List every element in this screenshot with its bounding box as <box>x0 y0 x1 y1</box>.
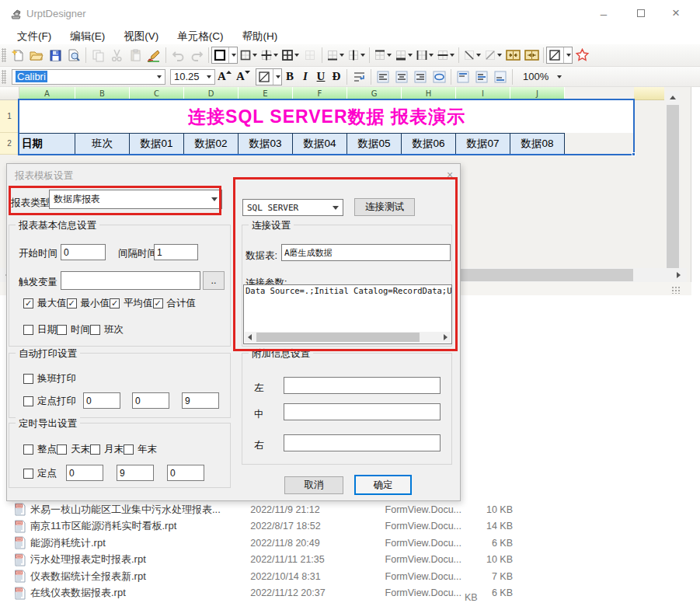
scroll-right-arrow[interactable] <box>671 268 685 281</box>
align-left-button[interactable] <box>374 68 392 86</box>
scroll-up-arrow[interactable] <box>666 91 680 104</box>
header-cell[interactable]: 班次 <box>75 133 130 155</box>
paste-button[interactable] <box>126 46 145 64</box>
connection-params-textarea[interactable]: Data Source=.;Initial Catalog=RecordData… <box>243 284 452 344</box>
header-cell[interactable]: 数据04 <box>293 133 347 155</box>
checkbox-item[interactable]: ✓合计值 <box>153 297 197 310</box>
row-header[interactable]: 1 <box>0 100 19 133</box>
unmerge-cells-button[interactable] <box>522 46 541 64</box>
align-bottom-button[interactable] <box>491 68 510 86</box>
inner-horizontal-border-button[interactable] <box>435 46 456 64</box>
save-button[interactable] <box>46 46 64 64</box>
no-border-button[interactable] <box>301 46 319 64</box>
border-style-picker[interactable] <box>211 47 238 64</box>
scroll-left-arrow[interactable] <box>248 334 252 340</box>
close-button[interactable]: × <box>659 0 693 26</box>
checkbox-item[interactable]: ✓班次 <box>90 323 124 336</box>
format-painter-button[interactable] <box>145 46 163 64</box>
export-time-2[interactable] <box>117 465 154 481</box>
diagonal-down-button[interactable] <box>461 46 482 64</box>
checkbox[interactable]: ✓ <box>23 469 33 479</box>
file-row[interactable]: 南京11市区能源消耗实时看板.rpt 2022/8/17 18:52 FormV… <box>0 518 513 535</box>
checkbox[interactable]: ✓ <box>23 298 33 308</box>
column-header[interactable]: F <box>293 87 347 100</box>
undo-button[interactable] <box>169 46 187 64</box>
dialog-close-button[interactable]: × <box>441 167 459 183</box>
font-size-combo[interactable]: 10.25 <box>170 69 215 85</box>
bottom-border-button[interactable] <box>325 46 346 64</box>
table-input[interactable] <box>281 244 451 261</box>
report-type-combo[interactable]: 数据库报表 <box>49 190 222 209</box>
header-cell[interactable]: 数据06 <box>402 133 456 155</box>
outer-border-button[interactable] <box>238 46 259 64</box>
left-input[interactable] <box>284 377 441 394</box>
column-header[interactable]: I <box>456 87 510 100</box>
checkbox[interactable]: ✓ <box>23 396 33 406</box>
sheet-corner[interactable] <box>0 87 19 100</box>
column-header[interactable]: H <box>402 87 456 100</box>
align-center-button[interactable] <box>392 68 411 86</box>
column-header[interactable]: D <box>184 87 239 100</box>
right-input[interactable] <box>284 434 441 451</box>
checkbox-item[interactable]: ✓年末 <box>124 443 157 456</box>
merged-title-cell[interactable]: 连接SQL SERVER数据 报表演示 <box>19 100 634 133</box>
column-header[interactable]: A <box>19 87 75 100</box>
checkbox[interactable]: ✓ <box>90 325 100 335</box>
menu-item[interactable]: 帮助(H) <box>233 28 287 44</box>
file-row[interactable]: 仪表数据统计全报表新.rpt 2022/10/14 8:31 FormView.… <box>0 568 513 585</box>
merge-across-button[interactable] <box>430 68 448 86</box>
header-cell[interactable]: 数据08 <box>510 133 565 155</box>
checkbox[interactable]: ✓ <box>23 374 33 384</box>
inner-vertical-border-button[interactable] <box>346 46 367 64</box>
diagonal-up-button[interactable] <box>482 46 503 64</box>
cancel-button[interactable]: 取消 <box>284 476 343 494</box>
align-right-button[interactable] <box>411 68 430 86</box>
header-cell[interactable]: 数据05 <box>347 133 402 155</box>
column-header[interactable]: C <box>130 87 184 100</box>
copy-button[interactable] <box>89 46 107 64</box>
checkbox[interactable]: ✓ <box>153 298 163 308</box>
file-row[interactable]: 能源消耗统计.rpt 2022/11/8 20:49 FormView.Docu… <box>0 535 513 552</box>
wrap-text-button[interactable] <box>350 68 368 86</box>
checkbox-item[interactable]: ✓月末 <box>90 443 124 456</box>
italic-button[interactable]: I <box>298 68 313 86</box>
browse-button[interactable]: .. <box>203 271 225 290</box>
checkbox-item[interactable]: ✓平均值 <box>110 297 153 310</box>
favorite-button[interactable] <box>573 46 591 64</box>
column-header[interactable]: E <box>239 87 293 100</box>
menu-item[interactable]: 编辑(E) <box>61 28 114 44</box>
header-cell[interactable]: 数据02 <box>184 133 239 155</box>
zoom-combo[interactable]: 100% <box>520 69 565 85</box>
border-fill-picker[interactable] <box>256 68 282 85</box>
checkbox[interactable]: ✓ <box>23 444 33 455</box>
checkbox[interactable]: ✓ <box>23 325 33 335</box>
top-border-button[interactable] <box>372 46 393 64</box>
shift-print-checkbox[interactable]: ✓ 换班打印 <box>23 372 76 385</box>
left-right-border-button[interactable] <box>414 46 435 64</box>
header-cell[interactable]: 日期 <box>19 133 75 155</box>
interval-input[interactable] <box>154 244 198 260</box>
point-print-checkbox[interactable]: ✓ 定点打印 <box>23 395 76 408</box>
strikethrough-button[interactable]: Đ <box>329 68 344 86</box>
checkbox[interactable]: ✓ <box>90 444 100 455</box>
checkbox-item[interactable]: ✓天末 <box>57 443 90 456</box>
row-header[interactable]: 2 <box>0 133 19 155</box>
center-input[interactable] <box>284 403 441 420</box>
export-point-checkbox[interactable]: ✓ 定点 <box>23 467 57 480</box>
db-type-combo[interactable]: SQL SERVER <box>242 199 343 216</box>
file-row[interactable]: 米易一枝山功能区工业集中污水处理报表... 2022/11/9 21:12 Fo… <box>0 501 513 518</box>
header-cell[interactable]: 数据07 <box>456 133 510 155</box>
align-middle-button[interactable] <box>472 68 491 86</box>
file-row[interactable]: 在线仪表数据报表.rpt 2022/11/12 20:37 FormView.D… <box>0 585 513 602</box>
scroll-right-arrow[interactable] <box>444 334 448 340</box>
checkbox-item[interactable]: ✓整点 <box>23 443 57 456</box>
shrink-font-button[interactable]: A <box>234 68 252 86</box>
print-time-2[interactable] <box>132 392 169 409</box>
checkbox-item[interactable]: ✓最大值 <box>23 297 67 310</box>
checkbox[interactable]: ✓ <box>110 298 120 308</box>
redo-button[interactable] <box>187 46 206 64</box>
column-header[interactable]: B <box>75 87 130 100</box>
test-connection-button[interactable]: 连接测试 <box>354 198 415 216</box>
checkbox[interactable]: ✓ <box>124 444 134 455</box>
menu-item[interactable]: 视图(V) <box>114 28 168 44</box>
